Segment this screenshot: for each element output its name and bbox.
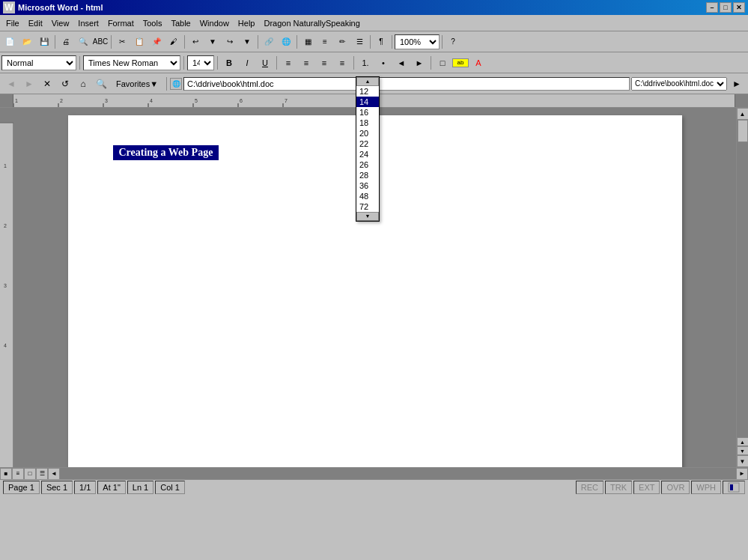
docmap-button[interactable]: ☰ — [351, 34, 368, 50]
right-scrollbar[interactable]: ▲ ▲ ▼ ▼ — [736, 108, 748, 467]
columns-button[interactable]: ≡ — [317, 34, 333, 50]
show-hide-button[interactable]: ¶ — [373, 34, 389, 50]
search-button[interactable]: 🔍 — [93, 76, 109, 92]
scroll-track[interactable] — [737, 120, 748, 437]
menu-view[interactable]: View — [47, 15, 74, 31]
font-size-dropdown[interactable]: ▲ 12 14 16 18 20 22 24 26 28 36 48 72 ▼ — [356, 76, 380, 222]
svg-text:5: 5 — [195, 98, 198, 103]
hscroll-right-button[interactable]: ► — [736, 468, 748, 480]
normal-view-button[interactable]: ■ — [0, 468, 12, 480]
open-button[interactable]: 📂 — [19, 34, 35, 50]
font-size-item-18[interactable]: 18 — [356, 118, 379, 128]
font-size-item-28[interactable]: 28 — [356, 170, 379, 180]
menu-format[interactable]: Format — [103, 15, 139, 31]
increase-indent-button[interactable]: ► — [411, 55, 428, 71]
font-size-item-26[interactable]: 26 — [356, 159, 379, 170]
menu-file[interactable]: File — [1, 15, 24, 31]
bullets-button[interactable]: • — [375, 55, 392, 71]
dropdown-scroll-up[interactable]: ▲ — [356, 77, 379, 86]
bold-button[interactable]: B — [221, 55, 237, 71]
align-right-button[interactable]: ≡ — [316, 55, 332, 71]
web-toolbar-button[interactable]: 🌐 — [278, 34, 294, 50]
font-size-item-22[interactable]: 22 — [356, 139, 379, 149]
print-button[interactable]: 🖨 — [58, 34, 74, 50]
scroll-page-down-button[interactable]: ▼ — [737, 446, 749, 455]
italic-button[interactable]: I — [239, 55, 255, 71]
paste-button[interactable]: 📌 — [148, 34, 165, 50]
favorites-button[interactable]: Favorites ▼ — [111, 76, 163, 92]
font-size-select[interactable]: 14 — [187, 55, 214, 70]
undo-dropdown[interactable]: ▼ — [204, 34, 221, 50]
format-painter-button[interactable]: 🖌 — [165, 34, 182, 50]
go-button[interactable]: ► — [729, 76, 745, 92]
align-center-button[interactable]: ≡ — [298, 55, 314, 71]
outline-view-button[interactable]: ☰ — [36, 468, 48, 480]
menu-dragon[interactable]: Dragon NaturallySpeaking — [259, 15, 364, 31]
back-button[interactable]: ◄ — [3, 76, 19, 92]
menu-insert[interactable]: Insert — [73, 15, 103, 31]
menu-tools[interactable]: Tools — [139, 15, 167, 31]
home-button[interactable]: ⌂ — [75, 76, 91, 92]
font-color-button[interactable]: A — [470, 55, 487, 71]
view-buttons: ■ ≡ □ ☰ — [0, 468, 48, 480]
sep5 — [297, 35, 297, 49]
menu-help[interactable]: Help — [234, 15, 260, 31]
redo-button[interactable]: ↪ — [222, 34, 238, 50]
app-minimize-button[interactable]: – — [706, 2, 718, 13]
menu-edit[interactable]: Edit — [24, 15, 47, 31]
address-dropdown[interactable]: C:\ddrive\book\html.doc — [631, 77, 727, 91]
hscroll-track[interactable] — [60, 468, 736, 479]
menu-table[interactable]: Table — [166, 15, 195, 31]
app-icon: W — [3, 1, 15, 13]
font-size-item-72[interactable]: 72 — [356, 201, 379, 212]
app-restore-button[interactable]: □ — [720, 2, 732, 13]
font-select[interactable]: Times New Roman — [83, 55, 180, 70]
stop-button[interactable]: ✕ — [39, 76, 55, 92]
web-view-button[interactable]: ≡ — [12, 468, 24, 480]
style-select[interactable]: Normal — [1, 55, 76, 70]
vertical-ruler: 1 2 3 4 — [0, 108, 13, 467]
scroll-down-button[interactable]: ▼ — [737, 455, 749, 467]
scroll-page-up-button[interactable]: ▲ — [737, 437, 749, 446]
numbering-button[interactable]: 1. — [357, 55, 374, 71]
save-button[interactable]: 💾 — [36, 34, 52, 50]
table-button[interactable]: ▦ — [299, 34, 316, 50]
undo-button[interactable]: ↩ — [187, 34, 204, 50]
font-size-item-24[interactable]: 24 — [356, 149, 379, 159]
refresh-button[interactable]: ↺ — [57, 76, 73, 92]
print-preview-button[interactable]: 🔍 — [75, 34, 91, 50]
address-bar[interactable]: C:\ddrive\book\html.doc — [183, 77, 630, 91]
draw-button[interactable]: ✏ — [334, 34, 350, 50]
scroll-up-button[interactable]: ▲ — [737, 108, 749, 120]
copy-button[interactable]: 📋 — [131, 34, 148, 50]
decrease-indent-button[interactable]: ◄ — [393, 55, 410, 71]
font-size-item-36[interactable]: 36 — [356, 180, 379, 191]
svg-text:3: 3 — [105, 98, 108, 103]
font-size-item-48[interactable]: 48 — [356, 191, 379, 201]
align-left-button[interactable]: ≡ — [280, 55, 297, 71]
redo-dropdown[interactable]: ▼ — [239, 34, 255, 50]
menu-window[interactable]: Window — [195, 15, 234, 31]
border-button[interactable]: □ — [434, 55, 451, 71]
font-size-item-16[interactable]: 16 — [356, 107, 379, 118]
print-view-button[interactable]: □ — [24, 468, 36, 480]
zoom-select[interactable]: 100% — [395, 34, 440, 49]
font-size-item-20[interactable]: 20 — [356, 128, 379, 139]
underline-button[interactable]: U — [257, 55, 273, 71]
highlight-button[interactable]: ab — [452, 58, 469, 67]
scroll-thumb[interactable] — [738, 120, 748, 142]
forward-button[interactable]: ► — [21, 76, 37, 92]
app-close-button[interactable]: ✕ — [733, 2, 745, 13]
dropdown-scroll-down[interactable]: ▼ — [356, 212, 379, 221]
justify-button[interactable]: ≡ — [334, 55, 350, 71]
help-button[interactable]: ? — [445, 34, 461, 50]
fsep3 — [217, 56, 218, 70]
spell-button[interactable]: ABC — [92, 34, 109, 50]
new-button[interactable]: 📄 — [1, 34, 18, 50]
hyperlink-button[interactable]: 🔗 — [261, 34, 277, 50]
ruler-left-margin — [0, 94, 13, 107]
hscroll-left-button[interactable]: ◄ — [48, 468, 60, 480]
font-size-item-14[interactable]: 14 — [356, 97, 379, 107]
font-size-item-12[interactable]: 12 — [356, 86, 379, 97]
cut-button[interactable]: ✂ — [114, 34, 130, 50]
